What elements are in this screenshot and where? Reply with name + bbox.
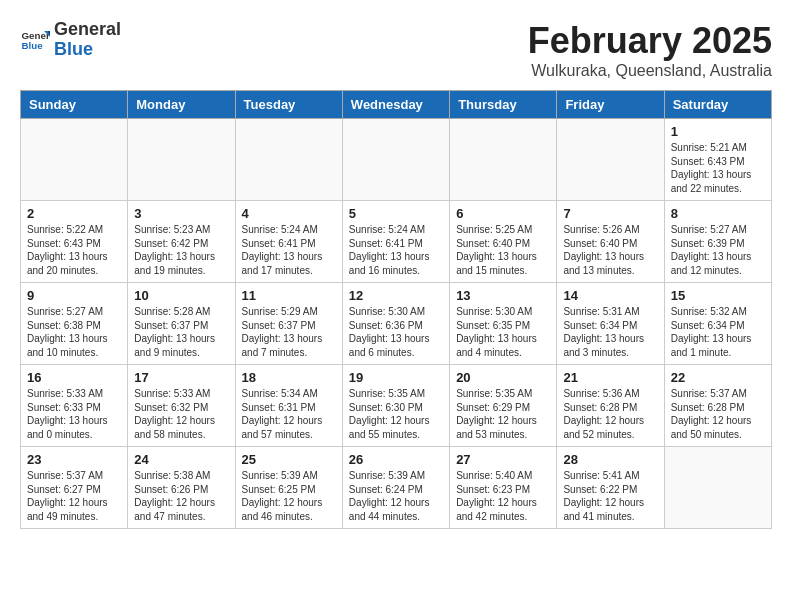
day-number: 5: [349, 206, 443, 221]
weekday-header-sunday: Sunday: [21, 91, 128, 119]
calendar-week-row: 1Sunrise: 5:21 AM Sunset: 6:43 PM Daylig…: [21, 119, 772, 201]
day-info: Sunrise: 5:37 AM Sunset: 6:27 PM Dayligh…: [27, 469, 121, 523]
calendar-cell: 21Sunrise: 5:36 AM Sunset: 6:28 PM Dayli…: [557, 365, 664, 447]
logo-blue-text: Blue: [54, 40, 121, 60]
calendar-week-row: 2Sunrise: 5:22 AM Sunset: 6:43 PM Daylig…: [21, 201, 772, 283]
calendar-cell: 15Sunrise: 5:32 AM Sunset: 6:34 PM Dayli…: [664, 283, 771, 365]
day-info: Sunrise: 5:29 AM Sunset: 6:37 PM Dayligh…: [242, 305, 336, 359]
day-number: 17: [134, 370, 228, 385]
day-info: Sunrise: 5:21 AM Sunset: 6:43 PM Dayligh…: [671, 141, 765, 195]
calendar-cell: 18Sunrise: 5:34 AM Sunset: 6:31 PM Dayli…: [235, 365, 342, 447]
calendar-cell: [664, 447, 771, 529]
svg-text:Blue: Blue: [22, 40, 44, 51]
day-number: 13: [456, 288, 550, 303]
calendar-cell: 9Sunrise: 5:27 AM Sunset: 6:38 PM Daylig…: [21, 283, 128, 365]
calendar-cell: 8Sunrise: 5:27 AM Sunset: 6:39 PM Daylig…: [664, 201, 771, 283]
calendar-cell: 28Sunrise: 5:41 AM Sunset: 6:22 PM Dayli…: [557, 447, 664, 529]
calendar-cell: 12Sunrise: 5:30 AM Sunset: 6:36 PM Dayli…: [342, 283, 449, 365]
weekday-header-monday: Monday: [128, 91, 235, 119]
day-info: Sunrise: 5:26 AM Sunset: 6:40 PM Dayligh…: [563, 223, 657, 277]
day-info: Sunrise: 5:35 AM Sunset: 6:30 PM Dayligh…: [349, 387, 443, 441]
logo-general-text: General: [54, 20, 121, 40]
day-info: Sunrise: 5:31 AM Sunset: 6:34 PM Dayligh…: [563, 305, 657, 359]
calendar-week-row: 16Sunrise: 5:33 AM Sunset: 6:33 PM Dayli…: [21, 365, 772, 447]
day-info: Sunrise: 5:23 AM Sunset: 6:42 PM Dayligh…: [134, 223, 228, 277]
day-info: Sunrise: 5:36 AM Sunset: 6:28 PM Dayligh…: [563, 387, 657, 441]
calendar-cell: 13Sunrise: 5:30 AM Sunset: 6:35 PM Dayli…: [450, 283, 557, 365]
day-info: Sunrise: 5:33 AM Sunset: 6:33 PM Dayligh…: [27, 387, 121, 441]
day-info: Sunrise: 5:30 AM Sunset: 6:36 PM Dayligh…: [349, 305, 443, 359]
day-number: 9: [27, 288, 121, 303]
calendar-cell: [128, 119, 235, 201]
weekday-header-tuesday: Tuesday: [235, 91, 342, 119]
day-number: 16: [27, 370, 121, 385]
day-info: Sunrise: 5:37 AM Sunset: 6:28 PM Dayligh…: [671, 387, 765, 441]
calendar-cell: 22Sunrise: 5:37 AM Sunset: 6:28 PM Dayli…: [664, 365, 771, 447]
day-info: Sunrise: 5:22 AM Sunset: 6:43 PM Dayligh…: [27, 223, 121, 277]
day-info: Sunrise: 5:33 AM Sunset: 6:32 PM Dayligh…: [134, 387, 228, 441]
calendar-cell: 26Sunrise: 5:39 AM Sunset: 6:24 PM Dayli…: [342, 447, 449, 529]
day-info: Sunrise: 5:32 AM Sunset: 6:34 PM Dayligh…: [671, 305, 765, 359]
day-info: Sunrise: 5:39 AM Sunset: 6:25 PM Dayligh…: [242, 469, 336, 523]
calendar-cell: 24Sunrise: 5:38 AM Sunset: 6:26 PM Dayli…: [128, 447, 235, 529]
day-info: Sunrise: 5:24 AM Sunset: 6:41 PM Dayligh…: [349, 223, 443, 277]
day-number: 10: [134, 288, 228, 303]
day-number: 15: [671, 288, 765, 303]
day-number: 6: [456, 206, 550, 221]
location-subtitle: Wulkuraka, Queensland, Australia: [528, 62, 772, 80]
day-info: Sunrise: 5:24 AM Sunset: 6:41 PM Dayligh…: [242, 223, 336, 277]
calendar-cell: 23Sunrise: 5:37 AM Sunset: 6:27 PM Dayli…: [21, 447, 128, 529]
day-info: Sunrise: 5:40 AM Sunset: 6:23 PM Dayligh…: [456, 469, 550, 523]
calendar-cell: 3Sunrise: 5:23 AM Sunset: 6:42 PM Daylig…: [128, 201, 235, 283]
day-number: 12: [349, 288, 443, 303]
calendar-week-row: 23Sunrise: 5:37 AM Sunset: 6:27 PM Dayli…: [21, 447, 772, 529]
day-number: 14: [563, 288, 657, 303]
calendar-cell: 1Sunrise: 5:21 AM Sunset: 6:43 PM Daylig…: [664, 119, 771, 201]
day-number: 19: [349, 370, 443, 385]
calendar-cell: 19Sunrise: 5:35 AM Sunset: 6:30 PM Dayli…: [342, 365, 449, 447]
day-info: Sunrise: 5:27 AM Sunset: 6:39 PM Dayligh…: [671, 223, 765, 277]
calendar-week-row: 9Sunrise: 5:27 AM Sunset: 6:38 PM Daylig…: [21, 283, 772, 365]
calendar-cell: 14Sunrise: 5:31 AM Sunset: 6:34 PM Dayli…: [557, 283, 664, 365]
calendar-cell: [235, 119, 342, 201]
calendar-cell: [342, 119, 449, 201]
day-info: Sunrise: 5:41 AM Sunset: 6:22 PM Dayligh…: [563, 469, 657, 523]
calendar-cell: 17Sunrise: 5:33 AM Sunset: 6:32 PM Dayli…: [128, 365, 235, 447]
day-number: 22: [671, 370, 765, 385]
calendar-cell: [21, 119, 128, 201]
calendar-header-row: SundayMondayTuesdayWednesdayThursdayFrid…: [21, 91, 772, 119]
day-number: 23: [27, 452, 121, 467]
weekday-header-saturday: Saturday: [664, 91, 771, 119]
day-number: 26: [349, 452, 443, 467]
calendar-cell: 11Sunrise: 5:29 AM Sunset: 6:37 PM Dayli…: [235, 283, 342, 365]
calendar-cell: 2Sunrise: 5:22 AM Sunset: 6:43 PM Daylig…: [21, 201, 128, 283]
day-number: 2: [27, 206, 121, 221]
calendar-cell: 25Sunrise: 5:39 AM Sunset: 6:25 PM Dayli…: [235, 447, 342, 529]
day-number: 8: [671, 206, 765, 221]
calendar-cell: 5Sunrise: 5:24 AM Sunset: 6:41 PM Daylig…: [342, 201, 449, 283]
day-info: Sunrise: 5:28 AM Sunset: 6:37 PM Dayligh…: [134, 305, 228, 359]
day-number: 1: [671, 124, 765, 139]
day-info: Sunrise: 5:27 AM Sunset: 6:38 PM Dayligh…: [27, 305, 121, 359]
day-info: Sunrise: 5:30 AM Sunset: 6:35 PM Dayligh…: [456, 305, 550, 359]
calendar-cell: [557, 119, 664, 201]
title-block: February 2025 Wulkuraka, Queensland, Aus…: [528, 20, 772, 80]
day-number: 28: [563, 452, 657, 467]
day-number: 27: [456, 452, 550, 467]
weekday-header-wednesday: Wednesday: [342, 91, 449, 119]
weekday-header-thursday: Thursday: [450, 91, 557, 119]
calendar-table: SundayMondayTuesdayWednesdayThursdayFrid…: [20, 90, 772, 529]
calendar-cell: 4Sunrise: 5:24 AM Sunset: 6:41 PM Daylig…: [235, 201, 342, 283]
day-info: Sunrise: 5:35 AM Sunset: 6:29 PM Dayligh…: [456, 387, 550, 441]
day-info: Sunrise: 5:34 AM Sunset: 6:31 PM Dayligh…: [242, 387, 336, 441]
calendar-cell: 10Sunrise: 5:28 AM Sunset: 6:37 PM Dayli…: [128, 283, 235, 365]
logo-icon: General Blue: [20, 25, 50, 55]
calendar-cell: 16Sunrise: 5:33 AM Sunset: 6:33 PM Dayli…: [21, 365, 128, 447]
day-number: 24: [134, 452, 228, 467]
weekday-header-friday: Friday: [557, 91, 664, 119]
calendar-cell: 20Sunrise: 5:35 AM Sunset: 6:29 PM Dayli…: [450, 365, 557, 447]
day-info: Sunrise: 5:25 AM Sunset: 6:40 PM Dayligh…: [456, 223, 550, 277]
month-title: February 2025: [528, 20, 772, 62]
day-number: 4: [242, 206, 336, 221]
calendar-cell: 27Sunrise: 5:40 AM Sunset: 6:23 PM Dayli…: [450, 447, 557, 529]
